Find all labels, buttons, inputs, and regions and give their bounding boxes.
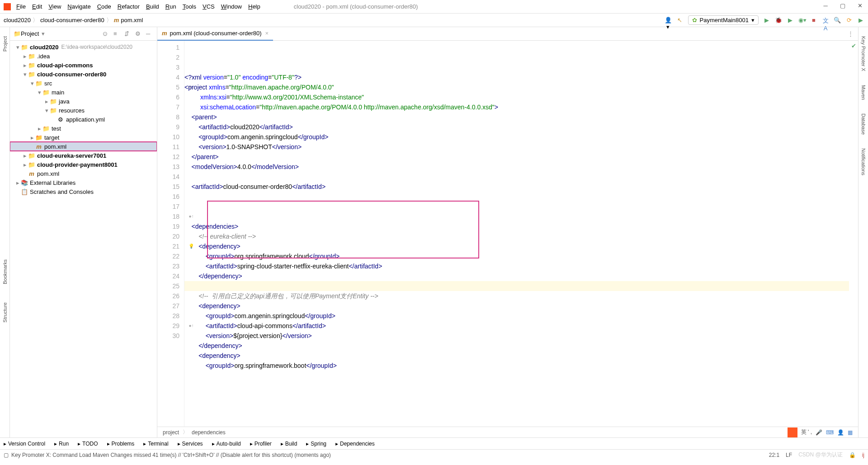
- menu-refactor[interactable]: Refactor: [118, 3, 140, 10]
- tree-row[interactable]: mpom.xml: [10, 142, 157, 151]
- toolwindow-profiler[interactable]: ▸Profiler: [250, 441, 272, 447]
- breadcrumb-item[interactable]: pom.xml: [121, 17, 143, 23]
- stop-icon[interactable]: ■: [810, 17, 817, 24]
- minimize-button[interactable]: ─: [821, 2, 830, 11]
- coverage-icon[interactable]: ▶: [787, 17, 794, 24]
- watermark: CSDN @华为认证: [798, 451, 843, 459]
- editor-tab[interactable]: m pom.xml (cloud-consumer-order80) ×: [157, 27, 273, 41]
- expand-all-icon[interactable]: ≡: [113, 30, 121, 37]
- back-icon[interactable]: ↖: [676, 17, 684, 24]
- tree-row[interactable]: mpom.xml: [10, 169, 157, 178]
- tab-more-icon[interactable]: ⋮: [843, 30, 858, 37]
- structure-toolwindow-button[interactable]: Structure: [2, 302, 8, 323]
- breadcrumb-item[interactable]: project: [163, 429, 179, 436]
- menu-code[interactable]: Code: [97, 3, 111, 10]
- toolwindow-spring[interactable]: ▸Spring: [306, 441, 326, 447]
- tree-row[interactable]: ▾📁cloud-consumer-order80: [10, 70, 157, 79]
- menu-edit[interactable]: Edit: [32, 3, 42, 10]
- menu-tools[interactable]: Tools: [183, 3, 196, 10]
- tree-row[interactable]: ▸📚External Libraries: [10, 178, 157, 187]
- tree-row[interactable]: ▸📁cloud-api-commons: [10, 61, 157, 70]
- folder-icon: 📁: [14, 30, 21, 37]
- grid-icon[interactable]: ▦: [848, 429, 853, 436]
- translate-icon[interactable]: 文A: [822, 17, 829, 24]
- line-separator[interactable]: LF: [786, 452, 792, 458]
- status-message: Key Promoter X: Command Load Maven Chang…: [11, 452, 331, 458]
- caret-position[interactable]: 22:1: [769, 452, 779, 458]
- toolwindow-terminal[interactable]: ▸Terminal: [143, 441, 168, 447]
- tree-row[interactable]: ▸📁java: [10, 97, 157, 106]
- menu-view[interactable]: View: [48, 3, 61, 10]
- menu-window[interactable]: Window: [221, 3, 242, 10]
- tree-row[interactable]: ▸📁cloud-eureka-server7001: [10, 151, 157, 160]
- debug-icon[interactable]: 🐞: [775, 17, 782, 24]
- database-toolwindow-button[interactable]: Database: [861, 113, 866, 135]
- collapse-all-icon[interactable]: ⇵: [124, 30, 132, 37]
- menu-navigate[interactable]: Navigate: [67, 3, 90, 10]
- dropdown-icon: ▾: [751, 17, 755, 23]
- notifications-toolwindow-button[interactable]: Notifications: [861, 148, 866, 175]
- select-opened-icon[interactable]: ⊙: [103, 30, 110, 37]
- run-config-selector[interactable]: ✿ PaymentMain8001 ▾: [688, 15, 759, 25]
- status-icon[interactable]: ▢: [4, 452, 9, 458]
- lock-icon[interactable]: 🔒: [849, 452, 856, 458]
- toolwindow-problems[interactable]: ▸Problems: [107, 441, 135, 447]
- tree-row[interactable]: ▸📁.idea: [10, 52, 157, 61]
- toolwindow-services[interactable]: ▸Services: [178, 441, 203, 447]
- toolwindow-dependencies[interactable]: ▸Dependencies: [335, 441, 375, 447]
- tree-row[interactable]: ▸📁target: [10, 133, 157, 142]
- line-gutter: m↑●↑💡●↑ 12345678910111213141516171819202…: [157, 41, 184, 427]
- run-config-name: PaymentMain8001: [700, 17, 749, 23]
- toolwindow-run[interactable]: ▸Run: [54, 441, 69, 447]
- close-tab-icon[interactable]: ×: [265, 30, 269, 37]
- breadcrumb-item[interactable]: cloud-consumer-order80: [40, 17, 104, 23]
- breadcrumb-item[interactable]: cloud2020: [4, 17, 31, 23]
- run-icon[interactable]: ▶: [763, 17, 770, 24]
- profile-icon[interactable]: ◉▾: [798, 17, 806, 24]
- tree-row[interactable]: ⚙application.yml: [10, 115, 157, 124]
- menu-file[interactable]: File: [16, 3, 26, 10]
- maximize-button[interactable]: ▢: [838, 2, 847, 11]
- maven-toolwindow-button[interactable]: Maven: [861, 85, 866, 100]
- tree-row[interactable]: 📋Scratches and Consoles: [10, 187, 157, 196]
- project-toolwindow-button[interactable]: Project: [2, 36, 8, 52]
- ide-status-icon[interactable]: ij: [862, 452, 864, 458]
- menu-run[interactable]: Run: [165, 3, 176, 10]
- breadcrumb-item[interactable]: dependencies: [192, 429, 226, 436]
- settings-icon[interactable]: ⚙: [135, 30, 142, 37]
- tree-row[interactable]: ▾📁resources: [10, 106, 157, 115]
- menu-build[interactable]: Build: [146, 3, 159, 10]
- highlight-box: [207, 201, 479, 258]
- keypromoter-toolwindow-button[interactable]: Key Promoter X: [861, 36, 866, 71]
- ide-icon[interactable]: ▶: [857, 17, 864, 24]
- tree-row[interactable]: ▸📁test: [10, 124, 157, 133]
- project-panel-title[interactable]: Project: [21, 30, 39, 37]
- person-icon[interactable]: 👤: [837, 429, 844, 436]
- sogou-ime-icon[interactable]: [788, 427, 797, 437]
- search-icon[interactable]: 🔍: [834, 17, 841, 24]
- tree-row[interactable]: ▸📁cloud-provider-payment8001: [10, 160, 157, 169]
- tree-row[interactable]: ▾📁cloud2020E:\idea-workspace\cloud2020: [10, 42, 157, 52]
- tree-row[interactable]: ▾📁src: [10, 79, 157, 88]
- close-button[interactable]: ✕: [855, 2, 864, 11]
- maven-icon: m: [114, 17, 119, 23]
- toolwindow-todo[interactable]: ▸TODO: [78, 441, 98, 447]
- add-config-icon[interactable]: 👤▾: [665, 17, 672, 24]
- project-panel: 📁 Project ▾ ⊙ ≡ ⇵ ⚙ ─ ▾📁cloud2020E:\idea…: [10, 27, 157, 437]
- menu-help[interactable]: Help: [248, 3, 260, 10]
- code-content[interactable]: <?xml version="1.0" encoding="UTF-8"?><p…: [184, 41, 849, 427]
- editor-body[interactable]: m↑●↑💡●↑ 12345678910111213141516171819202…: [157, 41, 858, 427]
- ime-text: 英 ' ,: [801, 428, 812, 436]
- toolwindow-auto-build[interactable]: ▸Auto-build: [212, 441, 241, 447]
- toolwindow-version-control[interactable]: ▸Version Control: [4, 441, 45, 447]
- project-tree[interactable]: ▾📁cloud2020E:\idea-workspace\cloud2020▸📁…: [10, 41, 157, 437]
- toolwindow-build[interactable]: ▸Build: [281, 441, 297, 447]
- bookmarks-toolwindow-button[interactable]: Bookmarks: [2, 259, 8, 284]
- keyboard-icon[interactable]: ⌨: [826, 429, 834, 436]
- hide-icon[interactable]: ─: [146, 30, 153, 37]
- update-icon[interactable]: ⟳: [845, 17, 853, 24]
- tree-row[interactable]: ▾📁main: [10, 88, 157, 97]
- dropdown-icon[interactable]: ▾: [42, 30, 45, 37]
- menu-vcs[interactable]: VCS: [203, 3, 215, 10]
- mic-icon[interactable]: 🎤: [816, 429, 822, 436]
